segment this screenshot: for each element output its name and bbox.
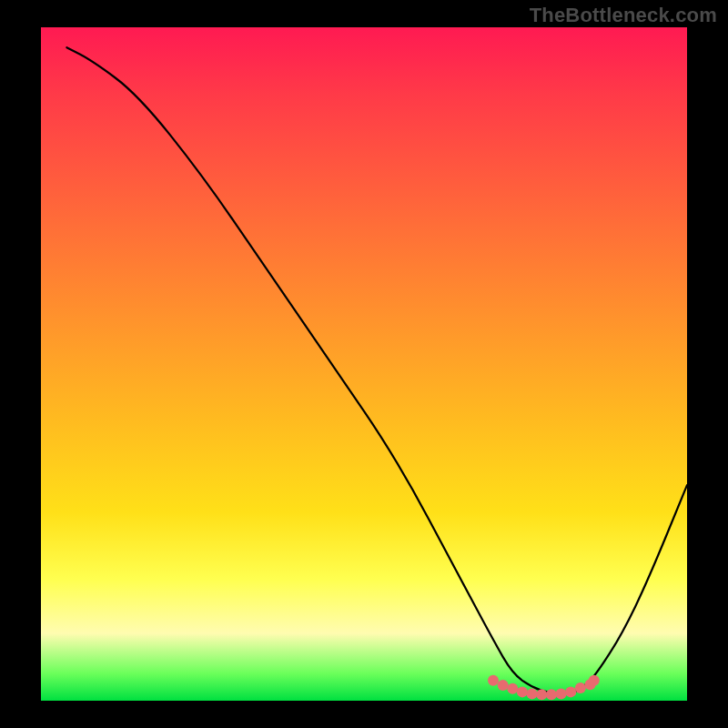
optimal-marker	[536, 689, 547, 700]
curve-svg	[41, 27, 687, 701]
optimal-marker	[488, 675, 499, 686]
optimal-range-markers	[488, 675, 600, 701]
optimal-marker	[527, 689, 538, 700]
optimal-marker	[575, 682, 586, 693]
optimal-marker	[498, 680, 509, 691]
attribution-label: TheBottleneck.com	[530, 4, 717, 27]
optimal-marker	[546, 689, 557, 700]
optimal-marker	[589, 675, 600, 686]
optimal-marker	[565, 686, 576, 697]
plot-area	[41, 27, 687, 701]
optimal-marker	[507, 683, 518, 694]
bottleneck-curve	[66, 47, 687, 693]
chart-frame: TheBottleneck.com	[0, 0, 728, 728]
optimal-marker	[517, 686, 528, 697]
optimal-marker	[556, 689, 567, 700]
